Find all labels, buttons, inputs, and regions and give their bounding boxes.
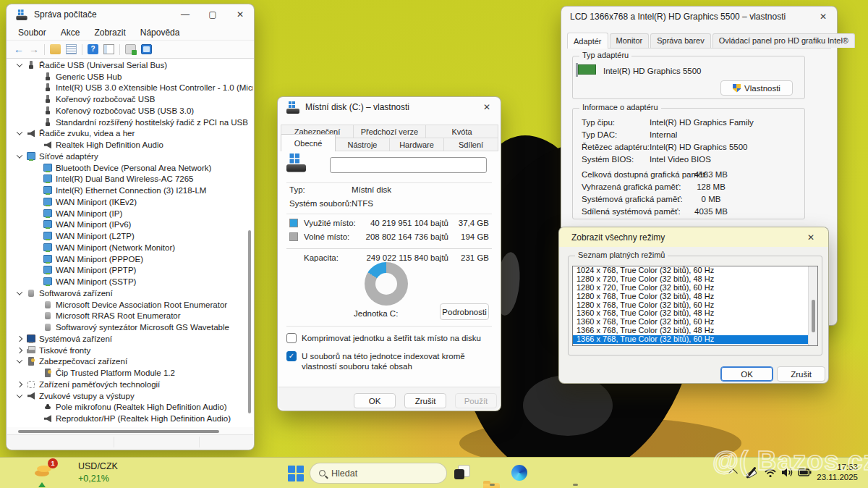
modes-listbox[interactable]: 1024 x 768, True Color (32 bitů), 60 Hz1…	[572, 266, 818, 346]
tree-item[interactable]: Microsoft Device Association Root Enumer…	[7, 299, 253, 311]
chevron-right-icon[interactable]	[17, 382, 22, 387]
tab-hardware[interactable]: Hardware	[389, 138, 444, 151]
chevron-right-icon[interactable]	[17, 336, 22, 342]
modes-cancel-button[interactable]: Zrušit	[777, 366, 825, 382]
tree-item[interactable]: Intel(R) Dual Band Wireless-AC 7265	[7, 174, 253, 185]
memory-row-value: 128 MB	[690, 182, 732, 191]
apply-button[interactable]: Použít	[455, 393, 497, 408]
chevron-down-icon[interactable]	[17, 152, 22, 158]
tree-item[interactable]: Kořenový rozbočovač USB (USB 3.0)	[7, 105, 253, 117]
tab-monitor[interactable]: Monitor	[610, 33, 650, 48]
tree-item[interactable]: Zvukové vstupy a výstupy	[7, 390, 253, 402]
tree-item[interactable]: Realtek High Definition Audio	[7, 139, 253, 151]
tree-item[interactable]: WAN Miniport (PPPOE)	[7, 253, 253, 265]
tree-item[interactable]: Řadiče zvuku, videa a her	[7, 128, 253, 140]
modes-titlebar[interactable]: Zobrazit všechny režimy ✕	[559, 227, 828, 247]
tree-item[interactable]: WAN Miniport (IP)	[7, 208, 253, 219]
tree-item[interactable]: Microsoft RRAS Root Enumerator	[7, 311, 253, 322]
mode-list-item[interactable]: 1280 x 720, True Color (32 bitů), 60 Hz	[573, 284, 817, 293]
tree-item[interactable]: Kořenový rozbočovač USB	[7, 93, 253, 105]
forward-arrow-icon[interactable]: →	[29, 44, 39, 54]
tree-item[interactable]: Řadiče USB (Universal Serial Bus)	[7, 59, 253, 71]
tree-item[interactable]: Systémová zařízení	[7, 333, 253, 345]
tree-item[interactable]: WAN Miniport (IPv6)	[7, 219, 253, 231]
tab-kvóta[interactable]: Kvóta	[425, 125, 498, 138]
tree-item[interactable]: WAN Miniport (IKEv2)	[7, 196, 253, 208]
tree-item[interactable]: Intel(R) Ethernet Connection (3) I218-LM	[7, 185, 253, 196]
taskbar-widget[interactable]: 1 USD/CZK +0,21%	[35, 460, 118, 487]
menu-item-soubor[interactable]: Soubor	[18, 28, 46, 38]
show-console-tree-icon[interactable]	[50, 44, 61, 54]
compress-checkbox[interactable]	[286, 333, 297, 343]
tree-item[interactable]: Zařízení paměťových technologií	[7, 379, 253, 390]
tab-obecné[interactable]: Obecné	[281, 134, 336, 151]
tab-ovl-dac-panel-pro-hd-grafiku-intel-[interactable]: Ovládací panel pro HD grafiku Intel®	[712, 33, 855, 48]
tree-item[interactable]: Softwarová zařízení	[7, 287, 253, 299]
properties-icon[interactable]	[66, 44, 77, 54]
tree-item[interactable]: WAN Miniport (Network Monitor)	[7, 242, 253, 253]
menu-item-zobrazit[interactable]: Zobrazit	[94, 28, 125, 38]
compress-checkbox-label: Komprimovat jednotku a šetřit tak místo …	[302, 334, 491, 344]
volume-label-input[interactable]	[330, 157, 487, 173]
tab-adapt-r[interactable]: Adaptér	[567, 33, 608, 49]
modes-ok-button[interactable]: OK	[720, 366, 773, 382]
chevron-down-icon[interactable]	[17, 392, 22, 397]
edge-browser-button[interactable]	[511, 465, 527, 481]
gfx-titlebar[interactable]: LCD 1366x768 a Intel(R) HD Graphics 5500…	[561, 7, 837, 27]
tab-předchozí verze[interactable]: Předchozí verze	[353, 125, 426, 138]
tree-item[interactable]: Pole mikrofonu (Realtek High Definition …	[7, 402, 253, 413]
tab-nástroje[interactable]: Nástroje	[335, 138, 390, 151]
search-input[interactable]: Hledat	[310, 463, 447, 484]
tree-item[interactable]: Reproduktor/HP (Realtek High Definition …	[7, 413, 253, 424]
cancel-button[interactable]: Zrušit	[404, 393, 446, 408]
tree-item[interactable]: Standardní rozšířený hostitelský řadič z…	[7, 117, 253, 128]
chevron-down-icon[interactable]	[17, 358, 22, 363]
tree-item[interactable]: Bluetooth Device (Personal Area Network)	[7, 162, 253, 174]
network-icon	[43, 164, 52, 172]
tree-item[interactable]: Softwarový syntezátor Microsoft GS Wavet…	[7, 321, 253, 333]
tree-item[interactable]: Generic USB Hub	[7, 71, 253, 83]
details-button[interactable]: Podrobnosti	[440, 303, 489, 320]
scan-hardware-icon[interactable]	[125, 44, 136, 54]
chevron-down-icon[interactable]	[17, 130, 22, 135]
tree-item[interactable]: Tiskové fronty	[7, 345, 253, 356]
tab-spr-va-barev[interactable]: Správa barev	[650, 33, 710, 48]
tab-sdílení[interactable]: Sdílení	[443, 138, 498, 151]
close-icon[interactable]: ✕	[235, 9, 245, 20]
maximize-icon[interactable]: ▢	[208, 9, 218, 20]
tree-item[interactable]: Síťové adaptéry	[7, 151, 253, 162]
chevron-right-icon[interactable]	[17, 347, 22, 353]
start-button[interactable]	[288, 466, 304, 481]
tree-item[interactable]: WAN Miniport (SSTP)	[7, 276, 253, 287]
listbox-scrollbar-thumb[interactable]	[812, 300, 815, 332]
task-view-button[interactable]	[454, 465, 470, 481]
help-icon[interactable]: ?	[88, 44, 98, 54]
disk-titlebar[interactable]: Místní disk (C:) – vlastnosti ✕	[278, 97, 501, 117]
mode-list-item[interactable]: 1366 x 768, True Color (32 bitů), 60 Hz	[573, 335, 808, 344]
cm-titlebar[interactable]: Správa počítače — ▢ ✕	[7, 4, 254, 25]
close-icon[interactable]: ✕	[818, 12, 828, 22]
close-icon[interactable]: ✕	[482, 102, 492, 112]
tree-item[interactable]: WAN Miniport (PPTP)	[7, 265, 253, 277]
device-manager-icon[interactable]	[141, 44, 152, 54]
vertical-scrollbar[interactable]	[248, 230, 251, 413]
adapter-properties-button[interactable]: Vlastnosti	[720, 80, 793, 96]
chevron-down-icon[interactable]	[17, 289, 22, 295]
chevron-down-icon[interactable]	[17, 61, 22, 67]
mode-list-item[interactable]: 1280 x 768, True Color (32 bitů), 48 Hz	[573, 293, 817, 301]
horizontal-scrollbar[interactable]	[18, 430, 219, 433]
menu-item-nápověda[interactable]: Nápověda	[140, 28, 180, 38]
ok-button[interactable]: OK	[354, 393, 396, 408]
back-arrow-icon[interactable]: ←	[14, 44, 24, 54]
menu-item-akce[interactable]: Akce	[61, 28, 80, 38]
listbox-scrollbar[interactable]	[808, 266, 817, 345]
mode-list-item[interactable]: 1280 x 720, True Color (32 bitů), 48 Hz	[573, 275, 817, 284]
tree-item[interactable]: Zabezpečovací zařízení	[7, 356, 253, 368]
close-icon[interactable]: ✕	[806, 232, 816, 243]
index-checkbox[interactable]: ✓	[286, 351, 297, 361]
minimize-icon[interactable]: —	[180, 9, 190, 20]
tree-item[interactable]: Intel(R) USB 3.0 eXtensible Host Control…	[7, 83, 253, 94]
tree-item[interactable]: Čip Trusted Platform Module 1.2	[7, 367, 253, 379]
tree-item[interactable]: WAN Miniport (L2TP)	[7, 230, 253, 242]
export-list-icon[interactable]	[103, 44, 114, 54]
